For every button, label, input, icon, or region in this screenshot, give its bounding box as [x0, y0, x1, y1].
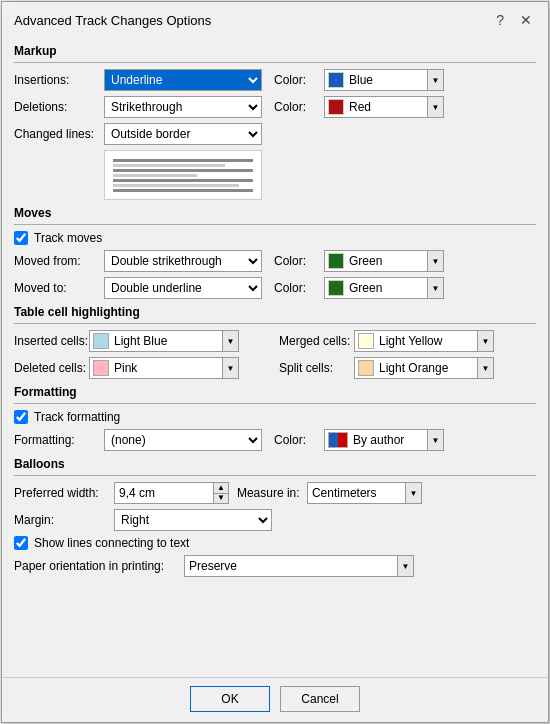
insertions-select[interactable]: Underline	[104, 69, 262, 91]
merged-cells-label: Merged cells:	[279, 334, 354, 348]
title-bar: Advanced Track Changes Options ? ✕	[2, 2, 548, 34]
preferred-width-label: Preferred width:	[14, 486, 114, 500]
paper-orientation-label: Paper orientation in printing:	[14, 559, 184, 573]
moved-to-color-dropdown[interactable]: ▼	[427, 278, 443, 298]
changed-lines-select[interactable]: Outside border	[104, 123, 262, 145]
formatting-color-select[interactable]: By author ▼	[324, 429, 444, 451]
insertions-label: Insertions:	[14, 73, 104, 87]
moved-to-label: Moved to:	[14, 281, 104, 295]
show-lines-checkbox[interactable]	[14, 536, 28, 550]
inserted-color-dropdown[interactable]: ▼	[222, 331, 238, 351]
show-lines-row: Show lines connecting to text	[14, 536, 536, 550]
changed-lines-row: Changed lines: Outside border	[14, 123, 536, 145]
cancel-button[interactable]: Cancel	[280, 686, 360, 712]
deleted-color-box	[93, 360, 109, 376]
measure-in-dropdown[interactable]: ▼	[405, 483, 421, 503]
title-actions: ? ✕	[492, 10, 536, 30]
insertions-color-dropdown[interactable]: ▼	[427, 70, 443, 90]
track-moves-row: Track moves	[14, 231, 536, 245]
merged-cells-select[interactable]: Light Yellow ▼	[354, 330, 494, 352]
spinner-up-button[interactable]: ▲	[214, 483, 228, 494]
margin-row: Margin: Right	[14, 509, 536, 531]
deletions-select[interactable]: Strikethrough	[104, 96, 262, 118]
inserted-cells-col: Inserted cells: Light Blue ▼	[14, 330, 271, 352]
spinner-down-button[interactable]: ▼	[214, 494, 228, 504]
footer: OK Cancel	[2, 677, 548, 722]
insertions-color-box	[328, 72, 344, 88]
moved-from-color-dropdown[interactable]: ▼	[427, 251, 443, 271]
moved-from-select[interactable]: Double strikethrough	[104, 250, 262, 272]
preview-box	[104, 150, 262, 200]
formatting-label: Formatting:	[14, 433, 104, 447]
show-lines-label: Show lines connecting to text	[34, 536, 189, 550]
formatting-color-box	[328, 432, 348, 448]
inserted-color-box	[93, 333, 109, 349]
changed-lines-label: Changed lines:	[14, 127, 104, 141]
deletions-color-dropdown[interactable]: ▼	[427, 97, 443, 117]
moved-from-color-box	[328, 253, 344, 269]
track-moves-checkbox[interactable]	[14, 231, 28, 245]
paper-orientation-select[interactable]: Preserve ▼	[184, 555, 414, 577]
deleted-cells-label: Deleted cells:	[14, 361, 89, 375]
deletions-row: Deletions: Strikethrough Color: Red ▼	[14, 96, 536, 118]
insertions-row: Insertions: Underline Color: Blue ▼	[14, 69, 536, 91]
moved-from-row: Moved from: Double strikethrough Color: …	[14, 250, 536, 272]
measure-in-label: Measure in:	[237, 486, 307, 500]
deleted-cells-col: Deleted cells: Pink ▼	[14, 357, 271, 379]
margin-label: Margin:	[14, 513, 114, 527]
split-cells-select[interactable]: Light Orange ▼	[354, 357, 494, 379]
split-cells-col: Split cells: Light Orange ▼	[279, 357, 536, 379]
margin-select[interactable]: Right	[114, 509, 272, 531]
table-cell-row2: Deleted cells: Pink ▼ Split cells: Light…	[14, 357, 536, 379]
formatting-color-dropdown[interactable]: ▼	[427, 430, 443, 450]
moved-to-select[interactable]: Double underline	[104, 277, 262, 299]
inserted-cells-select[interactable]: Light Blue ▼	[89, 330, 239, 352]
insertions-color-select[interactable]: Blue ▼	[324, 69, 444, 91]
merged-color-dropdown[interactable]: ▼	[477, 331, 493, 351]
content: Markup Insertions: Underline Color: Blue…	[2, 34, 548, 677]
deleted-color-dropdown[interactable]: ▼	[222, 358, 238, 378]
track-formatting-checkbox[interactable]	[14, 410, 28, 424]
moved-to-color-select[interactable]: Green ▼	[324, 277, 444, 299]
close-button[interactable]: ✕	[516, 10, 536, 30]
split-color-dropdown[interactable]: ▼	[477, 358, 493, 378]
balloons-section-label: Balloons	[14, 457, 536, 471]
deletions-color-select[interactable]: Red ▼	[324, 96, 444, 118]
insertions-color-label: Color:	[274, 73, 324, 87]
moved-from-color-label: Color:	[274, 254, 324, 268]
markup-section-label: Markup	[14, 44, 536, 58]
track-moves-label: Track moves	[34, 231, 102, 245]
paper-orientation-dropdown[interactable]: ▼	[397, 556, 413, 576]
dialog-title: Advanced Track Changes Options	[14, 13, 211, 28]
spinner-buttons: ▲ ▼	[214, 482, 229, 504]
dialog: Advanced Track Changes Options ? ✕ Marku…	[1, 1, 549, 723]
formatting-row: Formatting: (none) Color: By author ▼	[14, 429, 536, 451]
moved-from-label: Moved from:	[14, 254, 104, 268]
merged-color-box	[358, 333, 374, 349]
moved-to-color-box	[328, 280, 344, 296]
track-formatting-row: Track formatting	[14, 410, 536, 424]
moved-to-row: Moved to: Double underline Color: Green …	[14, 277, 536, 299]
deletions-label: Deletions:	[14, 100, 104, 114]
moves-section-label: Moves	[14, 206, 536, 220]
deleted-cells-select[interactable]: Pink ▼	[89, 357, 239, 379]
table-cell-section-label: Table cell highlighting	[14, 305, 536, 319]
help-button[interactable]: ?	[492, 10, 508, 30]
split-color-box	[358, 360, 374, 376]
moved-to-color-label: Color:	[274, 281, 324, 295]
formatting-color-label: Color:	[274, 433, 324, 447]
split-cells-label: Split cells:	[279, 361, 354, 375]
measure-in-select[interactable]: Centimeters ▼	[307, 482, 422, 504]
moved-from-color-select[interactable]: Green ▼	[324, 250, 444, 272]
track-formatting-label: Track formatting	[34, 410, 120, 424]
preferred-width-input[interactable]	[114, 482, 214, 504]
formatting-section-label: Formatting	[14, 385, 536, 399]
merged-cells-col: Merged cells: Light Yellow ▼	[279, 330, 536, 352]
paper-orientation-row: Paper orientation in printing: Preserve …	[14, 555, 536, 577]
deletions-color-box	[328, 99, 344, 115]
formatting-select[interactable]: (none)	[104, 429, 262, 451]
deletions-color-label: Color:	[274, 100, 324, 114]
ok-button[interactable]: OK	[190, 686, 270, 712]
table-cell-row1: Inserted cells: Light Blue ▼ Merged cell…	[14, 330, 536, 352]
preferred-width-row: Preferred width: ▲ ▼ Measure in: Centime…	[14, 482, 536, 504]
